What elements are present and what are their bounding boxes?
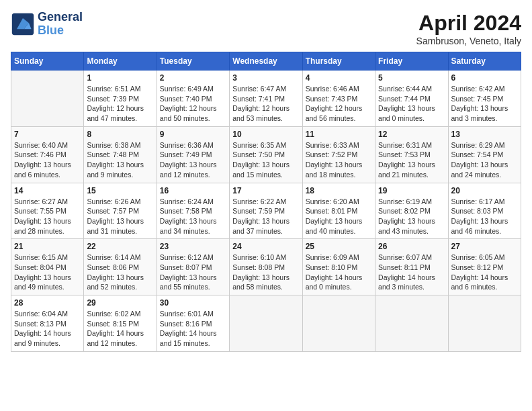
day-cell: 5Sunrise: 6:44 AM Sunset: 7:44 PM Daylig…: [375, 71, 448, 127]
day-info: Sunrise: 6:02 AM Sunset: 8:15 PM Dayligh…: [87, 309, 153, 349]
day-cell: 1Sunrise: 6:51 AM Sunset: 7:39 PM Daylig…: [84, 71, 157, 127]
day-number: 20: [451, 186, 518, 195]
day-cell: [302, 295, 375, 352]
day-number: 8: [87, 130, 153, 139]
day-info: Sunrise: 6:15 AM Sunset: 8:04 PM Dayligh…: [14, 253, 81, 292]
day-info: Sunrise: 6:36 AM Sunset: 7:49 PM Dayligh…: [160, 140, 226, 180]
day-cell: [448, 295, 521, 352]
day-cell: 24Sunrise: 6:10 AM Sunset: 8:08 PM Dayli…: [230, 239, 302, 295]
day-number: 30: [160, 298, 226, 308]
day-number: 7: [14, 130, 81, 139]
day-info: Sunrise: 6:42 AM Sunset: 7:45 PM Dayligh…: [451, 84, 518, 124]
week-row-3: 14Sunrise: 6:27 AM Sunset: 7:55 PM Dayli…: [11, 183, 521, 239]
day-number: 16: [160, 186, 226, 195]
day-info: Sunrise: 6:40 AM Sunset: 7:46 PM Dayligh…: [14, 140, 81, 180]
day-number: 12: [378, 130, 445, 139]
day-info: Sunrise: 6:12 AM Sunset: 8:07 PM Dayligh…: [160, 253, 226, 292]
day-number: 23: [160, 242, 226, 251]
day-cell: 14Sunrise: 6:27 AM Sunset: 7:55 PM Dayli…: [11, 183, 84, 239]
day-info: Sunrise: 6:44 AM Sunset: 7:44 PM Dayligh…: [378, 84, 445, 124]
column-header-sunday: Sunday: [11, 52, 84, 71]
day-cell: 10Sunrise: 6:35 AM Sunset: 7:50 PM Dayli…: [230, 126, 302, 183]
day-info: Sunrise: 6:01 AM Sunset: 8:16 PM Dayligh…: [160, 309, 226, 349]
main-title: April 2024: [416, 11, 521, 36]
day-info: Sunrise: 6:35 AM Sunset: 7:50 PM Dayligh…: [232, 140, 299, 180]
day-cell: [375, 295, 448, 352]
day-cell: 7Sunrise: 6:40 AM Sunset: 7:46 PM Daylig…: [11, 126, 84, 183]
logo-text: General Blue: [38, 11, 83, 38]
day-number: 24: [232, 242, 299, 251]
week-row-4: 21Sunrise: 6:15 AM Sunset: 8:04 PM Dayli…: [11, 239, 521, 295]
day-number: 21: [14, 242, 81, 251]
day-cell: 29Sunrise: 6:02 AM Sunset: 8:15 PM Dayli…: [84, 295, 157, 352]
day-number: 22: [87, 242, 153, 251]
day-info: Sunrise: 6:09 AM Sunset: 8:10 PM Dayligh…: [306, 253, 372, 292]
day-number: 11: [306, 130, 372, 139]
day-number: 15: [87, 186, 153, 195]
day-number: 27: [451, 242, 518, 251]
day-cell: 2Sunrise: 6:49 AM Sunset: 7:40 PM Daylig…: [157, 71, 229, 127]
day-number: 18: [306, 186, 372, 195]
day-info: Sunrise: 6:24 AM Sunset: 7:58 PM Dayligh…: [160, 197, 226, 236]
day-cell: [230, 295, 302, 352]
day-number: 29: [87, 298, 153, 308]
week-row-5: 28Sunrise: 6:04 AM Sunset: 8:13 PM Dayli…: [11, 295, 521, 352]
day-number: 17: [232, 186, 299, 195]
day-cell: 26Sunrise: 6:07 AM Sunset: 8:11 PM Dayli…: [375, 239, 448, 295]
day-cell: 17Sunrise: 6:22 AM Sunset: 7:59 PM Dayli…: [230, 183, 302, 239]
day-cell: 20Sunrise: 6:17 AM Sunset: 8:03 PM Dayli…: [448, 183, 521, 239]
column-header-saturday: Saturday: [448, 52, 521, 71]
column-header-thursday: Thursday: [302, 52, 375, 71]
day-info: Sunrise: 6:17 AM Sunset: 8:03 PM Dayligh…: [451, 197, 518, 236]
day-cell: 18Sunrise: 6:20 AM Sunset: 8:01 PM Dayli…: [302, 183, 375, 239]
day-number: 13: [451, 130, 518, 139]
day-cell: 21Sunrise: 6:15 AM Sunset: 8:04 PM Dayli…: [11, 239, 84, 295]
column-header-friday: Friday: [375, 52, 448, 71]
day-cell: 15Sunrise: 6:26 AM Sunset: 7:57 PM Dayli…: [84, 183, 157, 239]
day-info: Sunrise: 6:22 AM Sunset: 7:59 PM Dayligh…: [232, 197, 299, 236]
day-info: Sunrise: 6:07 AM Sunset: 8:11 PM Dayligh…: [378, 253, 445, 292]
day-cell: 25Sunrise: 6:09 AM Sunset: 8:10 PM Dayli…: [302, 239, 375, 295]
day-info: Sunrise: 6:51 AM Sunset: 7:39 PM Dayligh…: [87, 84, 153, 124]
day-info: Sunrise: 6:27 AM Sunset: 7:55 PM Dayligh…: [14, 197, 81, 236]
day-info: Sunrise: 6:31 AM Sunset: 7:53 PM Dayligh…: [378, 140, 445, 180]
day-number: 6: [451, 73, 518, 83]
header-row: SundayMondayTuesdayWednesdayThursdayFrid…: [11, 52, 521, 71]
logo-icon: [11, 12, 35, 36]
day-number: 1: [87, 73, 153, 83]
day-cell: 27Sunrise: 6:05 AM Sunset: 8:12 PM Dayli…: [448, 239, 521, 295]
day-number: 4: [306, 73, 372, 83]
column-header-tuesday: Tuesday: [157, 52, 229, 71]
day-number: 28: [14, 298, 81, 308]
day-info: Sunrise: 6:47 AM Sunset: 7:41 PM Dayligh…: [232, 84, 299, 124]
day-info: Sunrise: 6:33 AM Sunset: 7:52 PM Dayligh…: [306, 140, 372, 180]
title-block: April 2024 Sambruson, Veneto, Italy: [416, 11, 521, 46]
day-number: 5: [378, 73, 445, 83]
column-header-wednesday: Wednesday: [230, 52, 302, 71]
day-number: 19: [378, 186, 445, 195]
day-cell: 11Sunrise: 6:33 AM Sunset: 7:52 PM Dayli…: [302, 126, 375, 183]
week-row-1: 1Sunrise: 6:51 AM Sunset: 7:39 PM Daylig…: [11, 71, 521, 127]
day-cell: 23Sunrise: 6:12 AM Sunset: 8:07 PM Dayli…: [157, 239, 229, 295]
day-cell: 3Sunrise: 6:47 AM Sunset: 7:41 PM Daylig…: [230, 71, 302, 127]
day-number: 2: [160, 73, 226, 83]
day-info: Sunrise: 6:19 AM Sunset: 8:02 PM Dayligh…: [378, 197, 445, 236]
day-info: Sunrise: 6:20 AM Sunset: 8:01 PM Dayligh…: [306, 197, 372, 236]
day-cell: 8Sunrise: 6:38 AM Sunset: 7:48 PM Daylig…: [84, 126, 157, 183]
day-info: Sunrise: 6:26 AM Sunset: 7:57 PM Dayligh…: [87, 197, 153, 236]
day-cell: 16Sunrise: 6:24 AM Sunset: 7:58 PM Dayli…: [157, 183, 229, 239]
day-info: Sunrise: 6:05 AM Sunset: 8:12 PM Dayligh…: [451, 253, 518, 292]
day-info: Sunrise: 6:14 AM Sunset: 8:06 PM Dayligh…: [87, 253, 153, 292]
day-cell: 9Sunrise: 6:36 AM Sunset: 7:49 PM Daylig…: [157, 126, 229, 183]
day-cell: 4Sunrise: 6:46 AM Sunset: 7:43 PM Daylig…: [302, 71, 375, 127]
day-cell: 12Sunrise: 6:31 AM Sunset: 7:53 PM Dayli…: [375, 126, 448, 183]
day-number: 10: [232, 130, 299, 139]
day-number: 26: [378, 242, 445, 251]
day-cell: 30Sunrise: 6:01 AM Sunset: 8:16 PM Dayli…: [157, 295, 229, 352]
page-header: General Blue April 2024 Sambruson, Venet…: [11, 11, 521, 46]
day-cell: [11, 71, 84, 127]
day-info: Sunrise: 6:29 AM Sunset: 7:54 PM Dayligh…: [451, 140, 518, 180]
day-info: Sunrise: 6:10 AM Sunset: 8:08 PM Dayligh…: [232, 253, 299, 292]
week-row-2: 7Sunrise: 6:40 AM Sunset: 7:46 PM Daylig…: [11, 126, 521, 183]
day-number: 3: [232, 73, 299, 83]
